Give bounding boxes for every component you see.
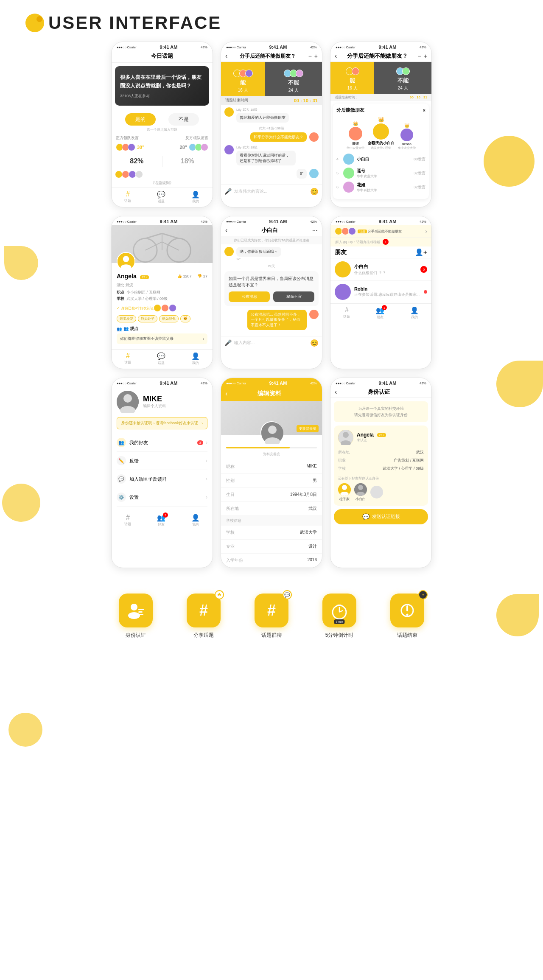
share-topic-label: 分享话题: [187, 632, 221, 639]
wechat-icon: 💬: [362, 513, 369, 520]
phone1-time: 9:41 AM: [160, 45, 178, 50]
field-gender[interactable]: 性别 男: [221, 474, 322, 488]
field-gender-label: 性别: [226, 478, 235, 484]
menu-item-friends[interactable]: 👥 我的好友 3 ›: [117, 434, 207, 452]
emoji-icon-5[interactable]: 😊: [310, 339, 319, 347]
verify-banner[interactable]: 身份还未被认证哦～邀请facebook好友来认证 ›: [117, 417, 207, 429]
field-location[interactable]: 所在地 武汉: [221, 502, 322, 516]
back-arrow-5[interactable]: ‹: [225, 227, 227, 234]
chat-avatar-4: [309, 169, 319, 178]
verify-send-btn[interactable]: 💬 发送认证链接: [334, 509, 428, 524]
complete-fill: [226, 447, 290, 448]
minus-icon[interactable]: −: [308, 53, 312, 59]
vote-no-btn[interactable]: 不是: [168, 113, 199, 126]
menu-item-group[interactable]: 💬 加入话匣子反馈群 ›: [117, 470, 207, 488]
nav-topic-6[interactable]: # 话题: [343, 306, 350, 319]
more-icon-5[interactable]: ···: [312, 227, 318, 234]
debate-cannot-option[interactable]: 不能 24 人: [265, 62, 322, 96]
person-add-icon[interactable]: 👤+: [415, 248, 427, 256]
nav-me-4[interactable]: 👤 我的: [191, 352, 200, 365]
phone3-debate-options: 能 16 人 不能 24 人: [330, 62, 431, 94]
user-avatar: [117, 391, 139, 413]
friend-item-1[interactable]: 小白白 什么仇楼些们 ？？ 0: [330, 258, 431, 281]
chat5-reply-avatar: [309, 310, 319, 319]
phone3-leaderboard: ●●●○○ Carrier 9:41 AM 42% ‹ 分手后还能不能做朋友？ …: [330, 42, 432, 207]
icon-share-topic: # 分享话题: [187, 594, 221, 639]
user-avatar-img: [117, 391, 139, 413]
svg-point-18: [343, 432, 349, 438]
friends-badge-container: 👥1: [376, 306, 384, 314]
nav-chat[interactable]: 💬 话题: [157, 190, 165, 204]
can-label: 能: [240, 79, 246, 87]
friend-item-2[interactable]: Robin 正在参加话题:患应应该静山还是搬家...: [330, 281, 431, 303]
back-icon[interactable]: ‹: [335, 52, 337, 60]
chat-msg-3: Lily-武大-18级 看看你对别人说过同样的话，还是算了别给自己添堵了: [224, 145, 319, 165]
chat5-input-bar: 🎤 输入内容... 😊: [221, 336, 322, 350]
profile-hero-bg: [112, 225, 213, 263]
opt2-btn[interactable]: 秘而不宣: [273, 291, 314, 302]
nav-chat-4[interactable]: 💬 话题: [157, 352, 165, 365]
verify-back-icon[interactable]: ‹: [335, 388, 337, 396]
phone5-chat-detail: ●●●○○ Carrier 9:41 AM 42% ‹ 小白白 ··· 你们已经…: [221, 216, 322, 369]
notif-badge: 1: [383, 239, 389, 245]
field-nickname[interactable]: 昵称 MIKE: [221, 460, 322, 474]
field-birthday[interactable]: 生日 1994年3月8日: [221, 488, 322, 502]
chat-input[interactable]: 发表伟大的言论...: [234, 188, 308, 194]
nav-me-7[interactable]: 👤 我的: [191, 514, 200, 527]
notif-avatars: [335, 227, 356, 235]
phone3-minus-icon[interactable]: −: [418, 53, 421, 59]
edit-back-icon[interactable]: ‹: [225, 390, 227, 398]
chat5-input[interactable]: 输入内容...: [234, 340, 308, 346]
verify-intro: 为营造一个真实的社交环境 请先邀请微信好友为你认证身份: [334, 401, 428, 422]
field-major[interactable]: 专业 设计: [221, 540, 322, 554]
verify-friend-3-empty: [370, 486, 383, 498]
rank2-name: 娜娜: [347, 141, 364, 146]
menu-item-settings[interactable]: ⚙️ 设置 ›: [117, 488, 207, 507]
topic-link[interactable]: 《话题规则》: [112, 179, 213, 188]
svg-point-27: [128, 612, 140, 619]
phone3-can[interactable]: 能 16 人: [330, 62, 374, 94]
chat-input-bar: 🎤 发表伟大的言论... 😊: [221, 185, 322, 198]
emoji-icon[interactable]: 😊: [310, 188, 319, 196]
can-avatars: [233, 70, 253, 77]
phone2-status: ●●●○○ Carrier 9:41 AM 42%: [221, 42, 322, 50]
field-year[interactable]: 入学年份 2016: [221, 554, 322, 568]
verify-avatar-img: [338, 430, 353, 445]
verify-friend-1-avatar: [338, 483, 351, 496]
phone6-bottom-nav: # 话题 👥1 朋友 👤 我的: [330, 303, 431, 323]
rank4-avatar: [343, 154, 354, 165]
chat-msg-1-content: Lily-武大-18级 曾经相爱的人还能做微朋友: [236, 107, 289, 123]
user-sub[interactable]: 编辑个人资料: [143, 403, 166, 409]
phone3-cannot[interactable]: 不能 24 人: [374, 62, 431, 94]
phone3-plus-icon[interactable]: +: [424, 53, 427, 59]
nav-topic-4[interactable]: # 话题: [124, 352, 131, 365]
timer-value: 00 : 10 : 31: [294, 98, 318, 103]
close-panel-btn[interactable]: ×: [423, 108, 425, 113]
profile-school-field: 学校 武汉大学 / 心理学 / 09级: [112, 296, 213, 302]
team-a-avatars: [116, 143, 135, 151]
share-topic-badge: [215, 590, 224, 599]
settings-menu-icon: ⚙️: [117, 493, 126, 502]
debate-can-option[interactable]: 能 16 人: [221, 62, 265, 96]
rank2-item: 👑 娜娜 华中农业大学: [347, 121, 364, 150]
chat-divider-time: 武大-41级-108级: [224, 126, 319, 131]
user-row: MIKE 编辑个人资料: [117, 391, 207, 413]
nav-me-6[interactable]: 👤 我的: [410, 306, 419, 319]
nav-friend-7[interactable]: 👥2 好友: [157, 514, 165, 527]
change-bg-btn[interactable]: 更改背景图: [297, 425, 319, 432]
menu-item-feedback[interactable]: ✏️ 反馈 ›: [117, 452, 207, 470]
nav-topic-7[interactable]: # 话题: [124, 514, 131, 527]
nav-topic[interactable]: # 话题: [124, 190, 131, 204]
share-topic-icon-circle: #: [187, 594, 221, 627]
timer-label: 5分钟倒计时: [322, 632, 356, 639]
nav-friends-6[interactable]: 👥1 朋友: [376, 306, 384, 319]
verify-fields: 所在地 武汉 职业 广告策划 / 互联网 学校 武汉大学 / 心理学 / 09级: [338, 448, 424, 473]
phone2-chat: Lily-武大-18级 曾经相爱的人还能做微朋友 武大-41级-108级 和平分…: [221, 105, 322, 185]
age-badge: 22♀: [140, 275, 149, 279]
nav-me[interactable]: 👤 我的: [191, 190, 200, 204]
vote-yes-btn[interactable]: 是的: [125, 113, 156, 126]
topic-nav-icon-6: #: [343, 306, 350, 314]
field-school[interactable]: 学校 武汉大学: [221, 526, 322, 540]
opt1-btn[interactable]: 公布消息: [229, 291, 270, 302]
plus-icon[interactable]: +: [314, 53, 318, 59]
